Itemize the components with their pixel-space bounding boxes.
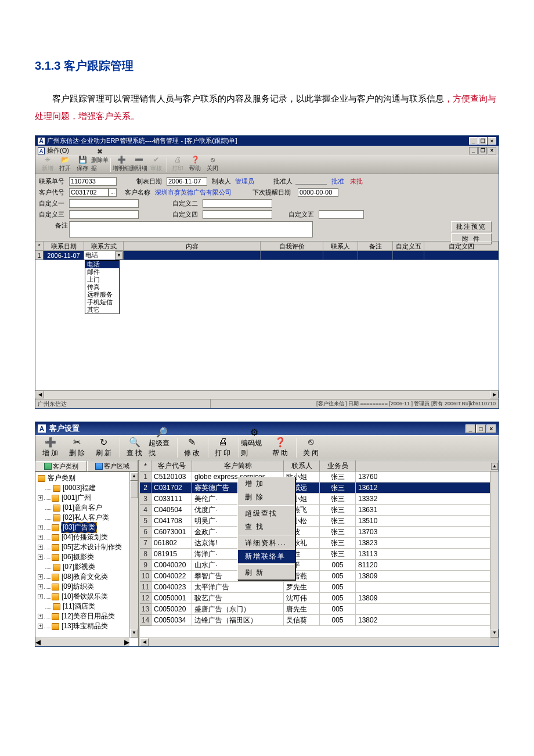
minimize-button[interactable]: _ bbox=[469, 137, 478, 145]
cell-person[interactable] bbox=[323, 251, 358, 260]
tree-node[interactable]: [07]影视类 bbox=[38, 562, 137, 572]
tree-node[interactable]: [02]私人客户类 bbox=[38, 513, 137, 523]
scroll-track[interactable] bbox=[41, 638, 124, 646]
h-scrollbar[interactable]: ◀ ▶ bbox=[140, 638, 499, 646]
custom3-field[interactable] bbox=[69, 210, 139, 219]
toolbar-查找-button[interactable]: 🔍查找 bbox=[122, 436, 149, 459]
detail-row[interactable]: 1 2006-11-07 电话 ▼ bbox=[35, 251, 499, 260]
v-scrollbar[interactable]: ▼ bbox=[490, 471, 499, 638]
customer-row[interactable]: 5C041708明昊广·彭小松张三13510 bbox=[140, 516, 499, 527]
customer-row[interactable]: 4C040504优度广·梁燕飞张三13631 bbox=[140, 505, 499, 516]
chevron-down-icon[interactable]: ▼ bbox=[115, 251, 123, 260]
tree-node[interactable]: +[06]摄影类 bbox=[38, 552, 137, 562]
toolbar-帮助-button[interactable]: ❓帮助 bbox=[268, 436, 294, 459]
contact-no-field[interactable]: 1107033 bbox=[69, 177, 117, 186]
tab-customer-category[interactable]: 客户类别 bbox=[35, 460, 87, 471]
tree-node[interactable]: [01]意向客户 bbox=[38, 503, 137, 513]
create-date-field[interactable]: 2006-11-07 bbox=[167, 177, 207, 186]
customer-row[interactable]: 6C6073001金政广·石波张三13703 bbox=[140, 527, 499, 538]
toolbar-编码规则-button[interactable]: ⚙编码规则 bbox=[241, 436, 268, 459]
cust-code-lookup-button[interactable]: ... bbox=[109, 188, 117, 197]
tree-node[interactable]: [11]酒店类 bbox=[38, 602, 137, 611]
tree-node[interactable]: +[03]广告类 bbox=[38, 523, 137, 532]
cell-remark[interactable] bbox=[358, 251, 393, 260]
custom5-field[interactable] bbox=[319, 210, 364, 219]
toolbar-超级查找-button[interactable]: 🔎超级查找 bbox=[149, 436, 175, 459]
cell-content[interactable] bbox=[124, 251, 261, 260]
cust-name-link[interactable]: 深圳市赛英德广告有限公司 bbox=[155, 188, 242, 197]
method-dropdown-list[interactable]: 电话邮件上门传真远程服务手机短信其它 bbox=[85, 260, 120, 314]
customer-row[interactable]: 10C0040022攀智广告涂雪燕00513809 bbox=[140, 571, 499, 582]
scroll-right-button[interactable]: ▶ bbox=[124, 638, 129, 646]
approve-link[interactable]: 批准 bbox=[331, 177, 344, 186]
col-contact-date[interactable]: 联系日期 bbox=[44, 242, 84, 251]
scroll-left-button[interactable]: ◀ bbox=[35, 391, 44, 398]
combo-option[interactable]: 传真 bbox=[85, 283, 119, 291]
minimize-button[interactable]: _ bbox=[466, 424, 475, 433]
combo-option[interactable]: 手机短信 bbox=[85, 298, 119, 306]
col-cust-code[interactable]: 客户代号 bbox=[151, 460, 192, 471]
col-contact-method[interactable]: 联系方式 bbox=[84, 242, 124, 251]
creator-link[interactable]: 管理员 bbox=[235, 177, 263, 186]
toolbar-打开-button[interactable]: 📂打开 bbox=[56, 157, 74, 173]
context-menu[interactable]: 增 加删 除超级查找查 找详细资料...新增联络单刷 新 bbox=[237, 477, 295, 580]
tree-node[interactable]: +[10]餐饮娱乐类 bbox=[38, 592, 137, 602]
toolbar-关闭-button[interactable]: ⎋关闭 bbox=[204, 157, 221, 173]
col-content[interactable]: 内容 bbox=[124, 242, 261, 251]
scroll-left-button[interactable]: ◀ bbox=[35, 638, 41, 646]
expand-icon[interactable]: + bbox=[38, 545, 43, 550]
expand-icon[interactable]: + bbox=[38, 584, 43, 589]
remark-field[interactable] bbox=[69, 221, 313, 237]
cell-date[interactable]: 2006-11-07 bbox=[44, 251, 84, 260]
customer-row[interactable]: 8081915海洋广·桂胜张三13113 bbox=[140, 549, 499, 560]
maximize-button[interactable]: ❐ bbox=[478, 137, 487, 145]
customer-row[interactable]: 2C031702赛英德广告方威远张三13612 bbox=[140, 483, 499, 494]
toolbar-增明细-button[interactable]: ➕增明细 bbox=[113, 157, 130, 173]
scroll-up-button[interactable]: ▲ bbox=[130, 472, 138, 481]
customer-row[interactable]: 11C0040023太平洋广告罗先生005 bbox=[140, 582, 499, 593]
tree-node[interactable]: +[04]传播策划类 bbox=[38, 532, 137, 542]
combo-option[interactable]: 其它 bbox=[85, 306, 119, 314]
scroll-track[interactable] bbox=[149, 638, 490, 646]
tree-node[interactable]: +[001]广州 bbox=[38, 493, 137, 503]
combo-option[interactable]: 远程服务 bbox=[85, 291, 119, 298]
category-tree[interactable]: 客户类别[0003]福建+[001]广州[01]意向客户[02]私人客户类+[0… bbox=[35, 472, 138, 646]
maximize-button[interactable]: □ bbox=[476, 424, 486, 433]
menu-operations[interactable]: 操作(O) bbox=[47, 146, 69, 155]
tree-node[interactable]: +[12]美容日用品类 bbox=[38, 611, 137, 621]
cell-c5[interactable] bbox=[393, 251, 424, 260]
customer-row[interactable]: 14C0050034边锋广告（福田区）吴信葵00513802 bbox=[140, 615, 499, 626]
context-menu-item[interactable]: 查 找 bbox=[238, 520, 295, 534]
col-custom5[interactable]: 自定义五 bbox=[393, 242, 424, 251]
scroll-left-button[interactable]: ◀ bbox=[140, 638, 149, 646]
combo-option[interactable]: 邮件 bbox=[85, 268, 119, 276]
col-contact[interactable]: 联系人 bbox=[284, 460, 320, 471]
mdi-minimize-button[interactable]: _ bbox=[469, 147, 478, 154]
tree-node[interactable]: [0003]福建 bbox=[38, 483, 137, 493]
context-menu-item[interactable]: 详细资料... bbox=[238, 537, 295, 550]
mdi-restore-button[interactable]: ❐ bbox=[478, 147, 487, 154]
tab-customer-region[interactable]: 客户区域 bbox=[87, 460, 139, 471]
col-contact-person[interactable]: 联系人 bbox=[323, 242, 358, 251]
customer-row[interactable]: 12C0050001骏艺广告沈可伟00513809 bbox=[140, 593, 499, 604]
col-custom4[interactable]: 自定义四 bbox=[424, 242, 499, 251]
col-self-eval[interactable]: 自我评价 bbox=[261, 242, 323, 251]
expand-icon[interactable]: + bbox=[38, 495, 43, 501]
toolbar-新增-button[interactable]: ✳新增 bbox=[39, 157, 56, 173]
customer-row[interactable]: 7061802达京海!周秋礼张三13823 bbox=[140, 538, 499, 549]
expand-icon[interactable]: + bbox=[38, 555, 43, 560]
unapprove-link[interactable]: 未批 bbox=[350, 177, 363, 186]
col-cust-name[interactable]: 客户简称 bbox=[192, 460, 284, 471]
toolbar-打印-button[interactable]: 🖨打印 bbox=[210, 436, 237, 459]
toolbar-增加-button[interactable]: ➕增加 bbox=[38, 436, 64, 459]
expand-icon[interactable]: + bbox=[38, 624, 43, 629]
combo-option[interactable]: 上门 bbox=[85, 276, 119, 283]
tree-node[interactable]: +[05]艺术设计制作类 bbox=[38, 542, 137, 552]
toolbar-修改-button[interactable]: ✎修改 bbox=[179, 436, 206, 459]
toolbar-刷新-button[interactable]: ↻刷新 bbox=[91, 436, 118, 459]
customer-row[interactable]: 13C0050020盛唐广告（东门）唐先生005 bbox=[140, 604, 499, 615]
mdi-close-button[interactable]: × bbox=[488, 147, 496, 154]
expand-icon[interactable]: + bbox=[38, 614, 43, 619]
custom2-field[interactable] bbox=[203, 199, 272, 208]
toolbar-关闭-button[interactable]: ⎋关闭 bbox=[298, 436, 325, 459]
